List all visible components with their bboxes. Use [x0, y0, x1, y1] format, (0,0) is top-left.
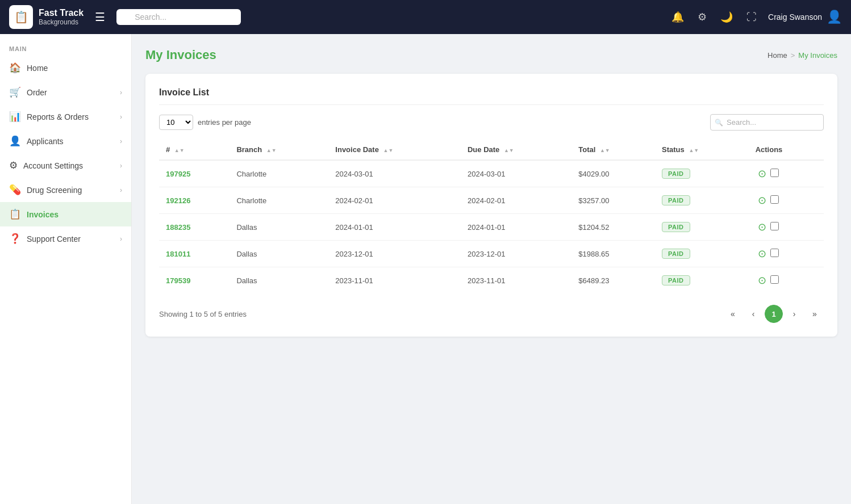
cell-due-date: 2023-11-01 — [461, 267, 571, 294]
invoice-link-192126[interactable]: 192126 — [166, 196, 190, 205]
view-button-192126[interactable]: ⊙ — [756, 193, 769, 208]
col-header-number[interactable]: # ▲▼ — [159, 140, 230, 160]
cell-invoice-date: 2024-01-01 — [328, 214, 461, 241]
cell-total: $4029.00 — [571, 160, 655, 187]
view-button-188235[interactable]: ⊙ — [756, 220, 769, 234]
cell-due-date: 2024-02-01 — [461, 187, 571, 214]
pagination-row: Showing 1 to 5 of 5 entries « ‹ 1 › » — [159, 305, 824, 323]
chevron-icon-account-settings: › — [120, 162, 122, 170]
col-header-due_date[interactable]: Due Date ▲▼ — [461, 140, 571, 160]
cell-actions: ⊙ — [749, 187, 824, 214]
table-row: 192126 Charlotte 2024-02-01 2024-02-01 $… — [159, 187, 824, 214]
table-header: # ▲▼Branch ▲▼Invoice Date ▲▼Due Date ▲▼T… — [159, 140, 824, 160]
prev-page-button[interactable]: ‹ — [744, 307, 762, 321]
cell-number: 192126 — [159, 187, 230, 214]
card-title: Invoice List — [159, 87, 824, 105]
first-page-button[interactable]: « — [724, 307, 742, 321]
sidebar-item-account-settings[interactable]: ⚙ Account Settings › — [0, 153, 131, 178]
chevron-icon-reports-orders: › — [120, 113, 122, 121]
breadcrumb-current: My Invoices — [798, 51, 837, 60]
logo-text: Fast Track Backgrounds — [39, 7, 84, 27]
chevron-icon-applicants: › — [120, 137, 122, 145]
sidebar-item-order[interactable]: 🛒 Order › — [0, 80, 131, 104]
user-avatar-icon: 👤 — [827, 10, 842, 24]
next-page-button[interactable]: › — [785, 307, 803, 321]
page-1-button[interactable]: 1 — [765, 305, 783, 323]
page-title: My Invoices — [145, 48, 216, 62]
col-header-status[interactable]: Status ▲▼ — [655, 140, 749, 160]
sidebar-item-drug-screening[interactable]: 💊 Drug Screening › — [0, 178, 131, 202]
invoice-table: # ▲▼Branch ▲▼Invoice Date ▲▼Due Date ▲▼T… — [159, 140, 824, 293]
cell-total: $6489.23 — [571, 267, 655, 294]
sidebar-item-label-order: Order — [27, 88, 114, 97]
logo[interactable]: 📋 Fast Track Backgrounds — [9, 5, 84, 29]
header-search-wrapper — [116, 9, 241, 25]
activity-button[interactable]: ⚙ — [695, 9, 709, 26]
layout: MAIN 🏠 Home 🛒 Order › 📊 Reports & Orders… — [0, 0, 851, 504]
dark-mode-button[interactable]: 🌙 — [718, 9, 735, 26]
status-badge: PAID — [662, 169, 690, 179]
table-search-wrapper — [710, 114, 824, 131]
cell-branch: Dallas — [230, 241, 328, 267]
view-button-197925[interactable]: ⊙ — [756, 166, 769, 181]
select-checkbox-181011[interactable] — [770, 249, 779, 257]
header: 📋 Fast Track Backgrounds ☰ 🔔 ⚙ 🌙 ⛶ Craig… — [0, 0, 851, 34]
sort-icon-branch: ▲▼ — [266, 148, 277, 153]
entries-label: entries per page — [198, 118, 251, 127]
notifications-button[interactable]: 🔔 — [669, 9, 686, 26]
cell-branch: Dallas — [230, 214, 328, 241]
sidebar-item-icon-account-settings: ⚙ — [9, 159, 18, 171]
invoice-link-188235[interactable]: 188235 — [166, 223, 190, 232]
sort-icon-due_date: ▲▼ — [504, 148, 514, 153]
sidebar-item-icon-order: 🛒 — [9, 86, 21, 98]
table-search-input[interactable] — [710, 114, 824, 131]
breadcrumb-home[interactable]: Home — [767, 51, 787, 60]
sidebar-item-applicants[interactable]: 👤 Applicants › — [0, 129, 131, 153]
status-badge: PAID — [662, 195, 690, 205]
table-row: 197925 Charlotte 2024-03-01 2024-03-01 $… — [159, 160, 824, 187]
sort-icon-status: ▲▼ — [689, 148, 699, 153]
status-badge: PAID — [662, 249, 690, 259]
cell-due-date: 2023-12-01 — [461, 241, 571, 267]
invoice-link-197925[interactable]: 197925 — [166, 170, 190, 178]
invoice-link-181011[interactable]: 181011 — [166, 250, 190, 258]
invoice-link-179539[interactable]: 179539 — [166, 276, 190, 285]
view-button-181011[interactable]: ⊙ — [756, 246, 769, 261]
header-search-input[interactable] — [116, 9, 241, 25]
fullscreen-button[interactable]: ⛶ — [744, 9, 759, 26]
col-header-actions: Actions — [749, 140, 824, 160]
last-page-button[interactable]: » — [806, 307, 824, 321]
sidebar-item-icon-drug-screening: 💊 — [9, 184, 21, 196]
select-checkbox-179539[interactable] — [770, 275, 779, 284]
sidebar-item-icon-home: 🏠 — [9, 62, 21, 74]
entries-control: 102550100 entries per page — [159, 115, 251, 130]
cell-invoice-date: 2023-11-01 — [328, 267, 461, 294]
sidebar-item-reports-orders[interactable]: 📊 Reports & Orders › — [0, 104, 131, 129]
sidebar-item-home[interactable]: 🏠 Home — [0, 56, 131, 80]
cell-number: 188235 — [159, 214, 230, 241]
page-header: My Invoices Home > My Invoices — [145, 48, 837, 62]
entries-per-page-select[interactable]: 102550100 — [159, 115, 193, 130]
sidebar-item-invoices[interactable]: 📋 Invoices — [0, 202, 131, 226]
cell-due-date: 2024-03-01 — [461, 160, 571, 187]
sidebar-item-support-center[interactable]: ❓ Support Center › — [0, 226, 131, 251]
view-button-179539[interactable]: ⊙ — [756, 273, 769, 288]
col-header-total[interactable]: Total ▲▼ — [571, 140, 655, 160]
sort-icon-total: ▲▼ — [600, 148, 610, 153]
sidebar-item-label-account-settings: Account Settings — [23, 161, 114, 170]
select-checkbox-197925[interactable] — [770, 169, 779, 177]
cell-number: 181011 — [159, 241, 230, 267]
status-badge: PAID — [662, 275, 690, 285]
cell-actions: ⊙ — [749, 241, 824, 267]
col-header-branch[interactable]: Branch ▲▼ — [230, 140, 328, 160]
select-checkbox-192126[interactable] — [770, 195, 779, 204]
menu-toggle-button[interactable]: ☰ — [93, 8, 107, 26]
select-checkbox-188235[interactable] — [770, 222, 779, 230]
col-header-invoice_date[interactable]: Invoice Date ▲▼ — [328, 140, 461, 160]
sidebar-item-label-home: Home — [27, 64, 122, 73]
pagination: « ‹ 1 › » — [724, 305, 824, 323]
cell-actions: ⊙ — [749, 267, 824, 294]
cell-total: $1204.52 — [571, 214, 655, 241]
user-menu[interactable]: Craig Swanson 👤 — [768, 10, 842, 24]
sort-icon-number: ▲▼ — [174, 148, 185, 153]
